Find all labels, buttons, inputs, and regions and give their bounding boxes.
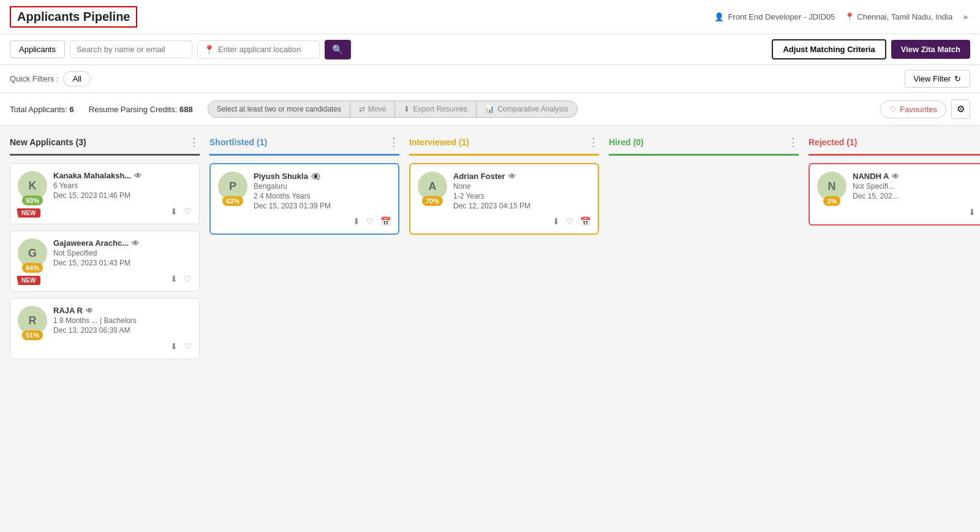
eye-icon[interactable]: 👁 — [132, 239, 139, 248]
view-zita-button[interactable]: View Zita Match — [891, 40, 970, 59]
favourite-icon[interactable]: ♡ — [566, 216, 574, 226]
move-action[interactable]: ⇄ Move — [350, 101, 395, 117]
eye-icon[interactable]: 👁 — [508, 172, 516, 181]
page-title: Applicants Pipeline — [10, 6, 137, 28]
card-footer: ⬇♡ — [817, 207, 980, 217]
calendar-icon[interactable]: 📅 — [380, 216, 391, 226]
job-location: Chennai, Tamil Nadu, India — [857, 12, 952, 21]
kanban-column-interviewed: Interviewed (1)⋮A70%Adrian Foster 👁None1… — [409, 135, 599, 484]
card-exp: 6 Years — [53, 181, 192, 190]
comparative-analysis-action[interactable]: 📊 Comparative Analysis — [477, 101, 576, 117]
applicant-name: Gajaweera Arachc... 👁 — [53, 238, 192, 248]
quick-filter-left: Quick Filters : All — [10, 71, 91, 86]
download-icon: ⬇ — [404, 105, 410, 113]
view-filter-label: View Filter — [914, 74, 951, 83]
download-resume-icon[interactable]: ⬇ — [170, 274, 178, 284]
download-resume-icon[interactable]: ⬇ — [170, 207, 178, 216]
eye-icon[interactable]: 👁‍🗨 — [311, 172, 320, 181]
card-date: Dec 15, 2023 01:46 PM — [53, 191, 192, 200]
quick-filter-label: Quick Filters : — [10, 74, 58, 83]
column-menu-hired[interactable]: ⋮ — [788, 135, 799, 149]
avatar: N3% — [817, 172, 846, 201]
download-resume-icon[interactable]: ⬇ — [968, 207, 976, 217]
column-menu-interviewed[interactable]: ⋮ — [588, 135, 599, 149]
column-title-hired: Hired (0) — [609, 137, 644, 147]
action-buttons: Select at least two or more candidates ⇄… — [208, 101, 866, 118]
right-actions: ♡ Favourites ⚙ — [880, 99, 970, 119]
column-menu-shortlisted[interactable]: ⋮ — [388, 135, 399, 149]
new-badge: NEW — [17, 208, 40, 218]
job-info: 👤 Front End Developer - JDID05 — [714, 12, 835, 21]
location-input[interactable] — [218, 45, 313, 54]
card-footer: ⬇♡📅 — [218, 216, 391, 226]
kanban-column-new: New Applicants (3)⋮K93%Kanaka Mahalaksh.… — [10, 135, 200, 484]
search-button[interactable]: 🔍 — [325, 40, 351, 59]
location-icon: 📍 — [204, 45, 214, 55]
avatar: K93% — [18, 171, 47, 200]
card-date: Dec 15, 202... — [853, 192, 980, 200]
location-pin-icon: 📍 — [845, 12, 854, 21]
search-input[interactable] — [70, 40, 192, 58]
score-badge: 3% — [823, 196, 840, 206]
filter-all-button[interactable]: All — [63, 71, 90, 86]
column-header-new: New Applicants (3)⋮ — [10, 135, 200, 156]
column-menu-new[interactable]: ⋮ — [189, 135, 200, 149]
card-date: Dec 13, 2023 06:39 AM — [53, 326, 192, 335]
favourite-icon[interactable]: ♡ — [184, 274, 192, 284]
column-title-shortlisted: Shortlisted (1) — [209, 137, 267, 147]
download-resume-icon[interactable]: ⬇ — [552, 216, 560, 226]
applicant-card: P63%Piyush Shukla 👁‍🗨Bengaluru2 4 Months… — [209, 163, 399, 235]
search-bar: Applicants 📍 🔍 Adjust Matching Criteria … — [0, 34, 980, 65]
card-footer: ⬇♡ — [18, 341, 192, 351]
applicant-card: A70%Adrian Foster 👁None1-2 YearsDec 12, … — [409, 163, 599, 235]
download-resume-icon[interactable]: ⬇ — [353, 216, 360, 226]
calendar-icon[interactable]: 📅 — [580, 216, 590, 226]
kanban-column-hired: Hired (0)⋮ — [609, 135, 799, 484]
favourites-button[interactable]: ♡ Favourites — [880, 101, 946, 118]
favourite-icon[interactable]: ♡ — [366, 216, 374, 226]
eye-icon[interactable]: 👁 — [892, 172, 899, 181]
download-resume-icon[interactable]: ⬇ — [170, 341, 178, 351]
refresh-icon: ↻ — [954, 74, 961, 83]
score-badge: 64% — [22, 263, 43, 273]
card-exp: 2 4 Months Years — [254, 192, 391, 200]
column-header-rejected: Rejected (1)⋮ — [809, 135, 980, 156]
card-date: Dec 12, 2023 04:15 PM — [453, 202, 590, 210]
export-resumes-action[interactable]: ⬇ Export Resumes — [395, 101, 477, 117]
card-date: Dec 15, 2023 01:39 PM — [254, 202, 391, 210]
applicant-name: RAJA R 👁 — [53, 306, 192, 315]
score-badge: 51% — [22, 330, 43, 340]
column-header-interviewed: Interviewed (1)⋮ — [409, 135, 599, 156]
card-date: Dec 15, 2023 01:43 PM — [53, 259, 192, 267]
settings-gear-button[interactable]: ⚙ — [951, 99, 970, 119]
stats-bar: Total Applicants: 6 Resume Parsing Credi… — [0, 93, 980, 126]
column-header-shortlisted: Shortlisted (1)⋮ — [209, 135, 399, 156]
card-footer: ⬇♡ — [18, 207, 192, 216]
card-location: Not Specifi... — [853, 182, 980, 191]
card-exp: 1-2 Years — [453, 192, 590, 200]
new-badge: NEW — [17, 276, 40, 285]
card-footer: ⬇♡ — [18, 274, 192, 284]
kanban-column-shortlisted: Shortlisted (1)⋮P63%Piyush Shukla 👁‍🗨Ben… — [209, 135, 399, 484]
column-header-hired: Hired (0)⋮ — [609, 135, 799, 156]
location-input-wrapper: 📍 — [197, 40, 320, 59]
favourite-icon[interactable]: ♡ — [184, 207, 192, 216]
person-icon: 👤 — [714, 12, 724, 21]
applicants-tab[interactable]: Applicants — [10, 40, 65, 58]
column-title-new: New Applicants (3) — [10, 137, 86, 147]
location-info: 📍 Chennai, Tamil Nadu, India — [845, 12, 952, 21]
favourite-icon[interactable]: ♡ — [184, 341, 192, 351]
applicant-card: K93%Kanaka Mahalaksh... 👁6 YearsDec 15, … — [10, 163, 200, 224]
score-badge: 93% — [22, 196, 43, 205]
score-badge: 70% — [422, 196, 443, 206]
kanban-board: New Applicants (3)⋮K93%Kanaka Mahalaksh.… — [0, 126, 980, 493]
job-title: Front End Developer - JDID05 — [728, 12, 835, 21]
top-header: Applicants Pipeline 👤 Front End Develope… — [0, 0, 980, 34]
eye-icon[interactable]: 👁 — [86, 306, 93, 315]
view-filter-button[interactable]: View Filter ↻ — [905, 70, 970, 88]
card-footer: ⬇♡📅 — [418, 216, 590, 226]
score-badge: 63% — [222, 196, 243, 206]
chevron-icon: ► — [962, 12, 970, 21]
adjust-matching-button[interactable]: Adjust Matching Criteria — [772, 39, 886, 59]
eye-icon[interactable]: 👁 — [134, 172, 141, 180]
